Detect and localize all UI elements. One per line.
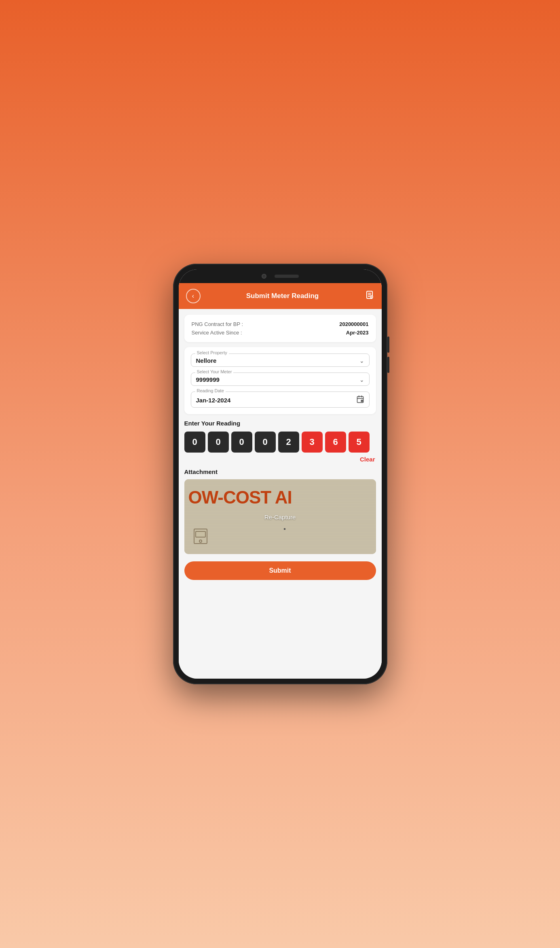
digit-box-0[interactable]: 0 [184, 432, 205, 453]
speaker [275, 275, 299, 278]
svg-rect-15 [196, 531, 205, 537]
clear-row: Clear [184, 456, 376, 463]
reading-date-value: Jan-12-2024 [196, 397, 231, 404]
clear-button[interactable]: Clear [360, 456, 375, 463]
attachment-section: Attachment OW-COST AI Re-Capture [179, 463, 382, 554]
volume-down-button [387, 357, 389, 373]
calendar-icon [356, 395, 364, 405]
reading-date-label: Reading Date [195, 388, 226, 393]
submit-section: Submit [179, 554, 382, 588]
service-label: Service Active Since : [192, 330, 242, 336]
digit-box-5[interactable]: 3 [302, 432, 323, 453]
contract-label: PNG Contract for BP : [192, 321, 243, 327]
meter-chevron-icon: ⌄ [359, 377, 364, 383]
digit-box-2[interactable]: 0 [231, 432, 252, 453]
digit-box-6[interactable]: 6 [325, 432, 346, 453]
digit-box-7[interactable]: 5 [349, 432, 370, 453]
service-row: Service Active Since : Apr-2023 [192, 330, 369, 336]
digit-box-1[interactable]: 0 [208, 432, 229, 453]
volume-up-button [387, 336, 389, 353]
property-chevron-icon: ⌄ [359, 358, 364, 364]
reading-digits-container: 00002365 [184, 432, 376, 453]
digit-box-3[interactable]: 0 [255, 432, 276, 453]
digit-box-4[interactable]: 2 [278, 432, 299, 453]
back-icon: ‹ [192, 292, 194, 300]
property-field[interactable]: Select Property Nellore ⌄ [191, 353, 370, 367]
phone-notch [179, 269, 382, 283]
phone-screen: ‹ Submit Meter Reading PNG C [179, 269, 382, 679]
page-title: Submit Meter Reading [246, 292, 319, 300]
attachment-bg-text: OW-COST AI [188, 487, 292, 508]
app-header: ‹ Submit Meter Reading [179, 283, 382, 309]
recapture-button[interactable]: Re-Capture [264, 513, 296, 520]
meter-value: 9999999 [196, 376, 220, 383]
attachment-image[interactable]: OW-COST AI Re-Capture [184, 479, 376, 554]
phone-frame: ‹ Submit Meter Reading PNG C [173, 264, 387, 684]
submit-button[interactable]: Submit [184, 561, 376, 580]
meter-svg-icon [192, 526, 209, 546]
reading-title: Enter Your Reading [184, 420, 376, 427]
contract-value: 2020000001 [339, 321, 368, 327]
contract-row: PNG Contract for BP : 2020000001 [192, 321, 369, 327]
reading-date-field[interactable]: Reading Date Jan-12-2024 [191, 391, 370, 408]
front-camera [262, 274, 266, 279]
info-card: PNG Contract for BP : 2020000001 Service… [184, 315, 376, 342]
reading-section: Enter Your Reading 00002365 Clear [179, 414, 382, 463]
report-icon[interactable] [365, 290, 374, 302]
service-value: Apr-2023 [346, 330, 369, 336]
attachment-title: Attachment [184, 468, 376, 475]
property-value: Nellore [196, 357, 217, 364]
meter-field-label: Select Your Meter [195, 369, 234, 374]
app-content: PNG Contract for BP : 2020000001 Service… [179, 309, 382, 679]
form-card: Select Property Nellore ⌄ Select Your Me… [184, 347, 376, 414]
meter-field[interactable]: Select Your Meter 9999999 ⌄ [191, 372, 370, 386]
back-button[interactable]: ‹ [186, 289, 201, 303]
property-field-label: Select Property [195, 350, 229, 355]
